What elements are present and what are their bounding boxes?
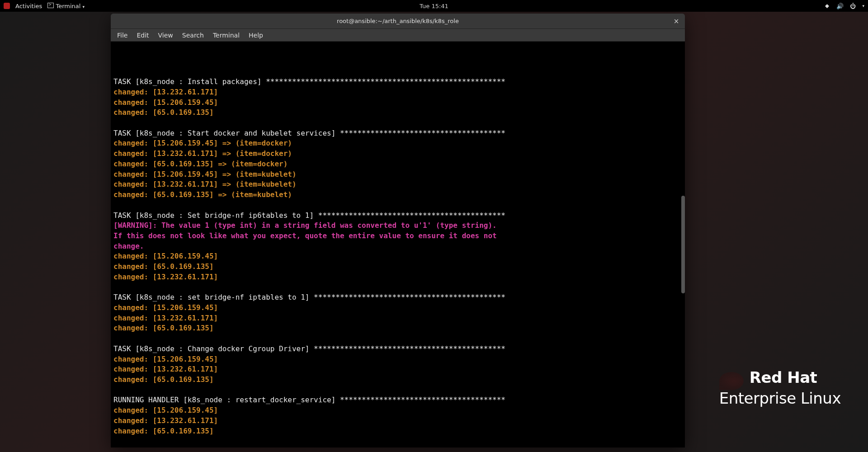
menu-edit[interactable]: Edit (133, 30, 152, 40)
terminal-line (113, 436, 682, 447)
terminal-line: changed: [65.0.169.135] (113, 375, 682, 385)
terminal-line (113, 118, 682, 128)
power-icon[interactable]: ⏻ (850, 3, 856, 9)
terminal-line: changed: [13.232.61.171] (113, 416, 682, 426)
scrollbar-thumb[interactable] (681, 196, 685, 293)
desktop-branding: Red Hat Enterprise Linux (719, 370, 841, 407)
terminal-line: changed: [65.0.169.135] (113, 426, 682, 437)
terminal-icon (47, 3, 54, 8)
terminal-line: PLAY [Configuring master] **************… (113, 447, 682, 447)
terminal-line: changed: [65.0.169.135] => (item=docker) (113, 159, 682, 170)
gnome-topbar: Activities Terminal ▾ Tue 15:41 ⯁ 🔊 ⏻ ▾ (0, 0, 868, 12)
brand-line-2: Enterprise Linux (719, 390, 841, 407)
terminal-line: TASK [k8s_node : Change docker Cgroup Dr… (113, 344, 682, 354)
volume-icon[interactable]: 🔊 (836, 3, 844, 9)
app-label: Terminal (56, 3, 80, 9)
terminal-line: RUNNING HANDLER [k8s_node : restart_dock… (113, 395, 682, 405)
terminal-line (113, 282, 682, 293)
brand-line-1: Red Hat (750, 368, 817, 386)
terminal-line: changed: [13.232.61.171] => (item=kubele… (113, 179, 682, 190)
chevron-down-icon[interactable]: ▾ (862, 4, 864, 8)
terminal-menubar: File Edit View Search Terminal Help (111, 29, 685, 42)
terminal-line: changed: [15.206.159.45] => (item=kubele… (113, 170, 682, 180)
terminal-line: changed: [65.0.169.135] (113, 262, 682, 272)
terminal-line: changed: [15.206.159.45] (113, 98, 682, 108)
menu-help[interactable]: Help (245, 30, 267, 40)
activities-button[interactable]: Activities (15, 3, 42, 9)
terminal-line: changed: [13.232.61.171] (113, 272, 682, 282)
terminal-line: changed: [65.0.169.135] => (item=kubelet… (113, 190, 682, 200)
terminal-line (113, 385, 682, 396)
terminal-line: changed: [15.206.159.45] (113, 303, 682, 313)
redhat-icon (719, 372, 744, 390)
terminal-line (113, 334, 682, 344)
app-indicator[interactable]: Terminal ▾ (47, 3, 85, 9)
network-icon[interactable]: ⯁ (824, 3, 830, 9)
terminal-line: TASK [k8s_node : Install packages] *****… (113, 77, 682, 87)
menu-terminal[interactable]: Terminal (209, 30, 243, 40)
window-titlebar[interactable]: root@ansible:~/arth_ansible/k8s/k8s_role… (111, 14, 685, 29)
menu-file[interactable]: File (113, 30, 131, 40)
terminal-line: [WARNING]: The value 1 (type int) in a s… (113, 221, 682, 231)
terminal-line: change. (113, 241, 682, 252)
terminal-line: changed: [15.206.159.45] (113, 354, 682, 365)
clock[interactable]: Tue 15:41 (420, 3, 448, 9)
terminal-line: changed: [13.232.61.171] (113, 364, 682, 375)
terminal-line: TASK [k8s_node : Start docker and kubele… (113, 128, 682, 139)
terminal-line: changed: [15.206.159.45] (113, 251, 682, 262)
terminal-line: If this does not look like what you expe… (113, 231, 682, 241)
menu-search[interactable]: Search (179, 30, 208, 40)
terminal-window: root@ansible:~/arth_ansible/k8s/k8s_role… (111, 14, 685, 447)
terminal-line: changed: [13.232.61.171] => (item=docker… (113, 149, 682, 159)
terminal-line (113, 200, 682, 211)
chevron-down-icon: ▾ (83, 5, 85, 9)
terminal-line: TASK [k8s_node : Set bridge-nf ip6tables… (113, 211, 682, 221)
terminal-line: TASK [k8s_node : set bridge-nf iptables … (113, 292, 682, 303)
terminal-output[interactable]: TASK [k8s_node : Install packages] *****… (111, 42, 685, 447)
close-icon[interactable]: × (672, 17, 680, 25)
terminal-line: changed: [15.206.159.45] (113, 405, 682, 416)
terminal-line: changed: [15.206.159.45] => (item=docker… (113, 138, 682, 149)
distro-icon (4, 3, 10, 9)
terminal-line: changed: [65.0.169.135] (113, 108, 682, 118)
scrollbar[interactable] (680, 42, 685, 447)
terminal-line: changed: [65.0.169.135] (113, 323, 682, 334)
window-title: root@ansible:~/arth_ansible/k8s/k8s_role (337, 18, 459, 24)
terminal-line: changed: [13.232.61.171] (113, 313, 682, 324)
menu-view[interactable]: View (155, 30, 177, 40)
terminal-line: changed: [13.232.61.171] (113, 87, 682, 98)
